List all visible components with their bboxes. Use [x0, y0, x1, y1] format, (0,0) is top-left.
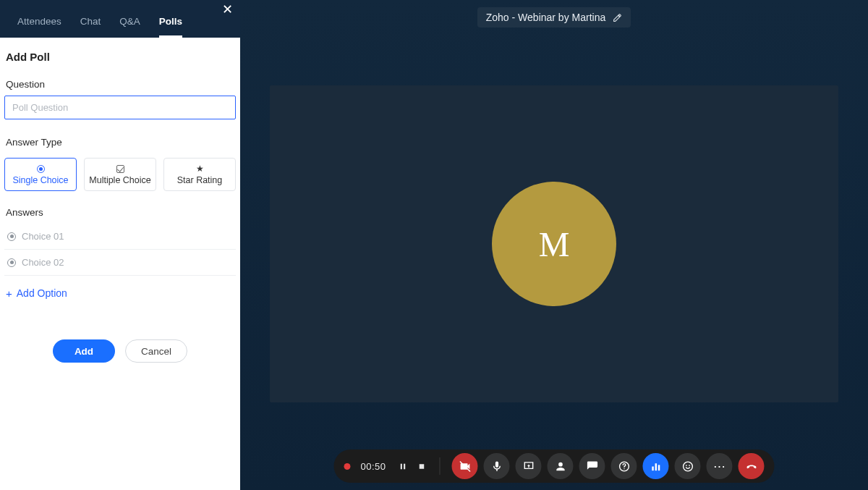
pause-recording-button[interactable]	[396, 462, 409, 471]
close-icon[interactable]: ✕	[222, 3, 233, 16]
add-option-label: Add Option	[17, 287, 67, 299]
svg-point-9	[683, 462, 692, 471]
tab-chat[interactable]: Chat	[80, 16, 101, 38]
divider	[440, 457, 441, 475]
reactions-button[interactable]	[675, 453, 701, 479]
answer-type-multiple-choice[interactable]: Multiple Choice	[84, 158, 156, 191]
plus-icon: +	[6, 288, 12, 299]
more-options-button[interactable]: ⋯	[707, 453, 733, 479]
svg-point-11	[689, 465, 690, 466]
radio-icon	[7, 232, 16, 241]
poll-form: Add Poll Question Answer Type Single Cho…	[0, 38, 240, 490]
svg-point-5	[624, 468, 624, 468]
video-frame: M	[270, 85, 838, 402]
answer-option-row[interactable]: Choice 01	[4, 224, 236, 250]
camera-button[interactable]	[452, 453, 478, 479]
svg-rect-6	[652, 466, 653, 470]
end-call-button[interactable]	[739, 453, 765, 479]
recording-indicator-icon	[344, 463, 350, 470]
main-stage: Zoho - Webinar by Martina M 00:50	[240, 0, 868, 490]
avatar-letter: M	[539, 224, 570, 264]
polls-button[interactable]	[643, 453, 669, 479]
ellipsis-icon: ⋯	[713, 460, 726, 473]
radio-icon	[35, 164, 46, 174]
poll-question-input[interactable]	[4, 96, 236, 119]
add-option-button[interactable]: + Add Option	[4, 276, 69, 311]
recording-timer: 00:50	[360, 461, 386, 472]
radio-icon	[7, 258, 16, 267]
answer-option-row[interactable]: Choice 02	[4, 250, 236, 276]
answers-label: Answers	[4, 203, 236, 224]
svg-rect-8	[658, 465, 659, 470]
answer-type-star-rating[interactable]: ★ Star Rating	[163, 158, 236, 191]
question-label: Question	[4, 75, 236, 96]
tab-polls[interactable]: Polls	[159, 16, 182, 38]
add-button[interactable]: Add	[53, 339, 115, 363]
answer-type-label-text: Single Choice	[12, 175, 68, 185]
answer-type-single-choice[interactable]: Single Choice	[4, 158, 77, 191]
share-screen-button[interactable]	[516, 453, 542, 479]
participants-button[interactable]	[548, 453, 574, 479]
form-actions: Add Cancel	[4, 311, 236, 377]
answer-option-text: Choice 02	[22, 257, 233, 268]
sidebar-tabs: Attendees Chat Q&A Polls	[12, 0, 182, 38]
answer-type-label-text: Star Rating	[177, 175, 223, 185]
panel-title: Add Poll	[4, 48, 236, 75]
tab-qa[interactable]: Q&A	[119, 16, 140, 38]
answer-type-group: Single Choice Multiple Choice ★ Star Rat…	[4, 158, 236, 191]
svg-rect-2	[419, 464, 424, 469]
chat-button[interactable]	[579, 453, 605, 479]
microphone-button[interactable]	[484, 453, 510, 479]
sidebar-header: ✕ Attendees Chat Q&A Polls	[0, 0, 240, 38]
svg-point-10	[686, 465, 687, 466]
checkbox-icon	[115, 164, 125, 174]
star-icon: ★	[195, 164, 205, 174]
svg-rect-1	[404, 463, 405, 469]
control-bar: 00:50 ⋯	[333, 449, 774, 483]
stop-recording-button[interactable]	[415, 462, 428, 471]
participant-avatar: M	[492, 182, 616, 306]
svg-rect-0	[400, 463, 401, 469]
help-button[interactable]	[611, 453, 637, 479]
sidebar-panel: ✕ Attendees Chat Q&A Polls Add Poll Ques…	[0, 0, 240, 490]
svg-rect-7	[655, 463, 656, 470]
webinar-title: Zoho - Webinar by Martina	[486, 12, 605, 23]
answer-type-label: Answer Type	[4, 132, 236, 153]
tab-attendees[interactable]: Attendees	[17, 16, 61, 38]
cancel-button[interactable]: Cancel	[125, 339, 187, 363]
answer-option-text: Choice 01	[22, 231, 233, 242]
answer-type-label-text: Multiple Choice	[89, 175, 150, 185]
edit-icon[interactable]	[613, 13, 622, 22]
webinar-title-pill[interactable]: Zoho - Webinar by Martina	[477, 7, 631, 28]
